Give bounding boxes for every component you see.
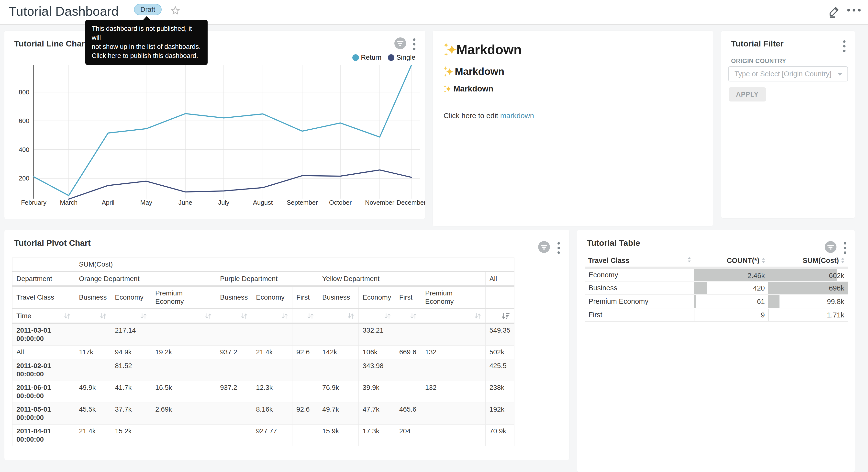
markdown-card: Markdown Markdown Markdown Click here to… bbox=[433, 31, 713, 226]
travel-class-cell: First bbox=[585, 308, 694, 322]
pivot-sort-cell-active[interactable] bbox=[485, 309, 515, 323]
pivot-sort-cell[interactable] bbox=[111, 309, 151, 323]
pivot-department-label: Department bbox=[12, 272, 75, 286]
pivot-row-label: 2011-04-01 00:00:00 bbox=[12, 424, 75, 446]
pivot-class-header: First bbox=[395, 286, 421, 309]
sort-icon[interactable] bbox=[347, 313, 354, 319]
origin-country-select[interactable]: Type or Select [Origin Country] bbox=[728, 66, 848, 82]
markdown-edit-link[interactable]: markdown bbox=[500, 112, 534, 120]
sum-bar bbox=[768, 295, 779, 308]
col-label: SUM(Cost) bbox=[803, 257, 839, 265]
publish-tooltip: This dashboard is not published, it will… bbox=[85, 20, 208, 65]
series-line-single[interactable] bbox=[69, 170, 411, 199]
col-label: Travel Class bbox=[588, 257, 629, 265]
pivot-cell: 332.21 bbox=[359, 323, 395, 346]
edit-pencil-icon[interactable] bbox=[828, 5, 841, 18]
pivot-row-label: All bbox=[12, 346, 75, 359]
ellipsis-menu-icon[interactable] bbox=[847, 9, 861, 11]
sort-icon[interactable] bbox=[474, 313, 482, 319]
col-header-travel-class[interactable]: Travel Class bbox=[585, 254, 694, 268]
pivot-cell: 937.2 bbox=[216, 346, 252, 359]
pivot-class-header: Business bbox=[216, 286, 252, 309]
pivot-sort-cell[interactable] bbox=[75, 309, 111, 323]
pivot-sort-cell[interactable] bbox=[395, 309, 421, 323]
pivot-class-header: Premium Economy bbox=[421, 286, 485, 309]
pivot-table: SUM(Cost) DepartmentOrange DepartmentPur… bbox=[12, 258, 515, 446]
pivot-title: Tutorial Pivot Chart bbox=[14, 238, 91, 248]
pivot-sort-cell[interactable] bbox=[359, 309, 395, 323]
pivot-chart-card: Tutorial Pivot Chart SUM(Cost) Departmen… bbox=[4, 230, 569, 460]
pivot-sort-cell[interactable] bbox=[252, 309, 292, 323]
sort-icon[interactable] bbox=[410, 313, 417, 319]
pivot-row: 2011-02-01 00:00:0081.52343.98425.5 bbox=[12, 359, 515, 381]
x-axis-label: September bbox=[286, 199, 318, 206]
markdown-h2: Markdown bbox=[443, 66, 703, 77]
pivot-row-label: 2011-06-01 00:00:00 bbox=[12, 381, 75, 403]
pivot-cell bbox=[75, 359, 111, 381]
pivot-cell: 927.77 bbox=[252, 424, 292, 446]
legend-item-single[interactable]: Single bbox=[388, 54, 415, 61]
pivot-sort-cell[interactable] bbox=[421, 309, 485, 323]
pivot-class-label: Travel Class bbox=[12, 286, 75, 309]
x-axis-label: April bbox=[102, 199, 115, 206]
legend-item-return[interactable]: Return bbox=[352, 54, 381, 61]
table-row: Business 420 696k bbox=[585, 281, 848, 295]
filter-circle-icon[interactable] bbox=[825, 241, 836, 253]
pivot-cell: 192k bbox=[485, 403, 515, 424]
favorite-star-icon[interactable] bbox=[170, 5, 181, 16]
sort-icon[interactable] bbox=[99, 313, 107, 319]
pivot-row-label: 2011-02-01 00:00:00 bbox=[12, 359, 75, 381]
sort-icon[interactable] bbox=[140, 313, 147, 319]
draft-status-badge[interactable]: Draft bbox=[134, 4, 162, 15]
markdown-h1: Markdown bbox=[443, 42, 703, 57]
pivot-sort-cell[interactable] bbox=[318, 309, 359, 323]
x-axis-label: November bbox=[365, 199, 394, 206]
count-bar bbox=[694, 282, 707, 294]
sparkles-icon bbox=[443, 85, 451, 92]
sort-icon[interactable] bbox=[205, 313, 212, 319]
sparkles-icon bbox=[443, 67, 453, 77]
table-row: Premium Economy 61 99.8k bbox=[585, 295, 848, 308]
sort-icon[interactable] bbox=[384, 313, 391, 319]
sort-icon[interactable] bbox=[241, 313, 248, 319]
legend-label: Return bbox=[361, 54, 381, 61]
sum-cell: 602k bbox=[768, 268, 848, 281]
series-line-return[interactable] bbox=[34, 65, 411, 196]
sum-cell: 99.8k bbox=[768, 295, 848, 308]
kebab-menu-icon[interactable] bbox=[842, 39, 846, 53]
pivot-cell bbox=[421, 323, 485, 346]
apply-button[interactable]: APPLY bbox=[728, 87, 766, 101]
sort-icon[interactable] bbox=[281, 313, 288, 319]
kebab-menu-icon[interactable] bbox=[557, 241, 561, 255]
pivot-class-header: Business bbox=[318, 286, 359, 309]
col-header-sum-cost[interactable]: SUM(Cost) bbox=[768, 254, 848, 268]
table-title: Tutorial Table bbox=[587, 238, 640, 248]
pivot-cell: 47.7k bbox=[359, 403, 395, 424]
pivot-cell: 549.35 bbox=[485, 323, 515, 346]
sort-icon[interactable] bbox=[64, 313, 71, 319]
pivot-sort-cell[interactable] bbox=[292, 309, 318, 323]
pivot-cell: 81.52 bbox=[111, 359, 151, 381]
col-header-count[interactable]: COUNT(*) bbox=[694, 254, 768, 268]
pivot-cell bbox=[292, 323, 318, 346]
filter-circle-icon[interactable] bbox=[538, 241, 550, 253]
sort-icon[interactable] bbox=[307, 313, 314, 319]
pivot-cell: 204 bbox=[395, 424, 421, 446]
pivot-cell: 21.4k bbox=[75, 424, 111, 446]
count-cell: 420 bbox=[694, 281, 768, 295]
pivot-cell: 132 bbox=[421, 381, 485, 403]
pivot-sort-cell[interactable] bbox=[216, 309, 252, 323]
x-axis-label: December bbox=[397, 199, 425, 206]
line-chart-card: Tutorial Line Chart Return Single 200400… bbox=[4, 31, 425, 219]
kebab-menu-icon[interactable] bbox=[843, 241, 847, 255]
sparkles-icon bbox=[443, 43, 457, 56]
pivot-cell bbox=[318, 359, 359, 381]
travel-class-cell: Economy bbox=[585, 268, 694, 281]
pivot-sort-cell[interactable] bbox=[151, 309, 216, 323]
pivot-all-header: All bbox=[485, 272, 515, 286]
pivot-cell bbox=[395, 323, 421, 346]
sort-desc-active-icon[interactable] bbox=[501, 313, 510, 319]
x-axis-label: March bbox=[60, 199, 78, 206]
pivot-class-header: Economy bbox=[359, 286, 395, 309]
pivot-cell bbox=[216, 323, 252, 346]
